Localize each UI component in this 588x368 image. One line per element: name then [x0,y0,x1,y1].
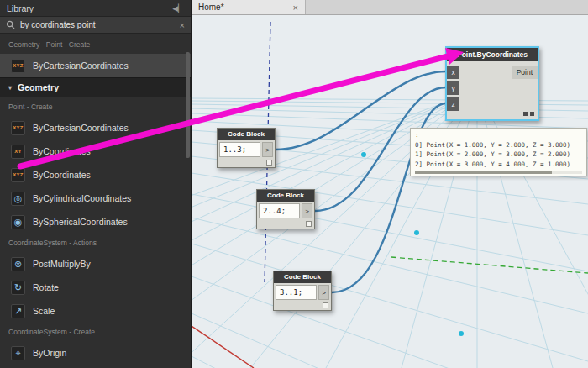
library-item-bycylindricalcoordinates[interactable]: ◎ ByCylindricalCoordinates [0,187,191,210]
search-icon [6,20,15,29]
library-item-scale[interactable]: ↗ Scale [0,299,191,323]
item-label: ByOrigin [33,348,66,358]
library-section-header: CoordinateSystem - Actions [0,234,191,252]
input-port-x[interactable]: x [447,66,459,79]
node-title[interactable]: Code Block [218,129,275,140]
node-body: 3..1; > [274,283,331,302]
point-bycoordinates-node[interactable]: Point.ByCoordinates x y z Point [445,46,539,121]
output-port-point[interactable]: Point [512,66,538,79]
node-footer [218,159,275,167]
item-label: Rotate [33,282,59,292]
tab-label: Home* [198,3,288,12]
library-scrollbar[interactable] [186,52,190,158]
node-title[interactable]: Code Block [274,271,331,283]
library-section-header: Geometry - Point - Create [0,35,191,54]
item-label: ByCartesianCoordinates [33,123,129,133]
collapse-panel-icon[interactable]: ◀▏ [172,4,184,13]
preview-point [459,331,464,336]
chevron-down-icon: ▾ [8,84,12,92]
x-axis-line [192,326,254,368]
preview-line: 0] Point(X = 1.000, Y = 2.000, Z = 3.000… [415,140,586,150]
node-footer [274,302,331,310]
workspace: Home* × [192,0,588,368]
y-axis-line [391,257,588,273]
dynamo-app: Library ◀▏ by coordinates point × Geomet… [0,0,588,368]
library-category-geometry[interactable]: ▾ Geometry [0,77,191,97]
tab-home[interactable]: Home* × [192,0,306,14]
freeze-toggle-icon[interactable] [530,112,534,116]
code-block-node-1[interactable]: Code Block 1..3; > [217,128,276,168]
output-port[interactable]: > [318,285,329,300]
node-preview-bubble[interactable]: : 0] Point(X = 1.000, Y = 2.000, Z = 3.0… [410,128,587,176]
item-label: ByCylindricalCoordinates [33,193,131,203]
point-xy-icon: XY [11,145,25,159]
clear-search-icon[interactable]: × [180,20,185,30]
rotate-icon: ↻ [11,281,25,295]
library-header: Library ◀▏ [0,0,191,16]
item-label: ByCoordinates [33,170,91,180]
code-input[interactable]: 3..1; [276,285,317,300]
code-input[interactable]: 1..3; [219,142,260,157]
library-item-bycartesiancoordinates[interactable]: XYZ ByCartesianCoordinates [0,54,191,77]
section-label: Geometry - Point - Create [8,40,90,49]
tab-close-icon[interactable]: × [293,3,298,13]
library-section-header: Point - Create [0,97,191,116]
cylinder-icon: ◎ [11,192,25,206]
preview-toggle-icon[interactable] [523,112,528,116]
library-item-postmultiplyby[interactable]: ⊗ PostMultiplyBy [0,252,191,276]
library-section-header: CoordinateSystem - Create [0,323,191,341]
search-input[interactable]: by coordinates point [20,20,175,29]
preview-line: 1] Point(X = 2.000, Y = 3.000, Z = 2.000… [415,150,586,160]
output-port[interactable]: > [302,203,312,218]
origin-icon: ⌖ [11,346,25,360]
section-label: Point - Create [8,103,52,111]
library-results-list: Geometry - Point - Create XYZ ByCartesia… [0,35,191,365]
preview-checkbox[interactable] [266,160,272,166]
code-block-node-2[interactable]: Code Block 2..4; > [256,189,315,229]
scrollbar-thumb[interactable] [415,171,552,174]
sphere-icon: ◉ [11,215,25,229]
library-item-bycoordinates-xyz[interactable]: XYZ ByCoordinates [0,163,191,187]
node-body: x y z Point [447,61,538,110]
node-footer [257,220,314,229]
input-port-y[interactable]: y [447,81,459,95]
library-title: Library [7,3,34,13]
item-label: ByCartesianCoordinates [33,60,129,71]
library-panel: Library ◀▏ by coordinates point × Geomet… [0,0,192,368]
input-ports: x y z [447,66,459,111]
section-label: CoordinateSystem - Actions [8,239,97,247]
code-input[interactable]: 2..4; [259,203,300,218]
horizontal-scrollbar[interactable] [415,171,582,174]
node-title[interactable]: Code Block [257,190,314,202]
preview-line: 2] Point(X = 3.000, Y = 4.000, Z = 1.000… [415,160,586,170]
item-label: ByCoordinates [33,146,91,156]
item-label: Scale [33,306,55,316]
library-item-bysphericalcoordinates[interactable]: ◉ BySphericalCoordinates [0,210,191,234]
tab-bar: Home* × [192,0,588,15]
node-footer [447,110,538,119]
point-xyz-icon: XYZ [11,168,25,182]
scale-icon: ↗ [11,304,25,318]
node-body: 1..3; > [218,140,275,159]
library-item-byorigin[interactable]: ⌖ ByOrigin [0,341,191,365]
code-block-node-3[interactable]: Code Block 3..1; > [273,271,332,311]
library-item-bycoordinates-xy[interactable]: XY ByCoordinates [0,139,191,163]
library-item-rotate[interactable]: ↻ Rotate [0,276,191,299]
preview-point [414,230,419,235]
library-search[interactable]: by coordinates point × [0,16,191,34]
library-item-bycartesiancoordinates[interactable]: XYZ ByCartesianCoordinates [0,116,191,139]
node-canvas[interactable]: Point.ByCoordinates x y z Point Code Blo… [192,15,588,368]
node-title[interactable]: Point.ByCoordinates [447,48,538,61]
input-port-z[interactable]: z [447,97,459,111]
preview-line: : [415,130,586,140]
preview-checkbox[interactable] [306,221,312,227]
output-port[interactable]: > [262,142,273,157]
point-xyz-icon: XYZ [11,59,25,73]
preview-point [361,152,366,157]
preview-checkbox[interactable] [323,302,328,308]
category-label: Geometry [18,82,59,92]
point-xyz-icon: XYZ [11,121,25,135]
item-label: PostMultiplyBy [33,259,91,269]
node-body: 2..4; > [257,202,314,220]
matrix-multiply-icon: ⊗ [11,257,25,271]
